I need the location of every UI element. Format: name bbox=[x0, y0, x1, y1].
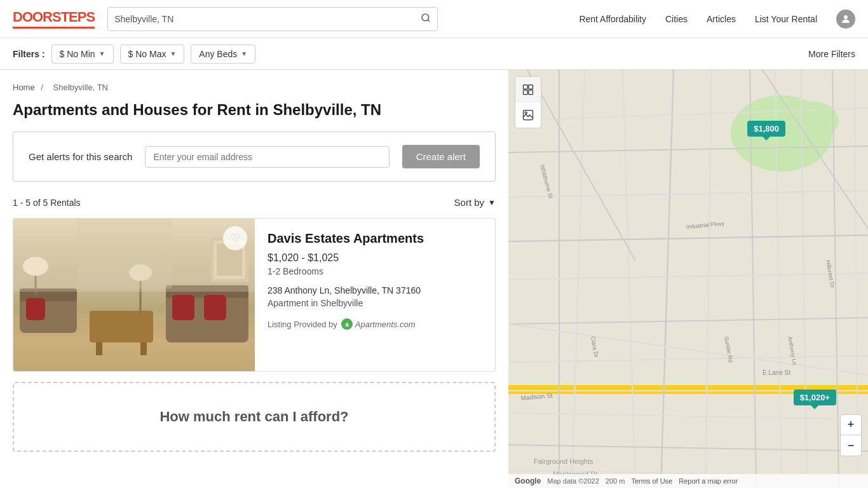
map-data-text: Map data ©2022 bbox=[547, 477, 599, 485]
svg-point-68 bbox=[525, 112, 527, 114]
provider-name: Apartments.com bbox=[355, 320, 416, 329]
main-container: Home / Shelbyville, TN Apartments and Ho… bbox=[0, 70, 868, 488]
svg-rect-6 bbox=[90, 311, 153, 342]
svg-rect-67 bbox=[524, 111, 533, 120]
user-avatar[interactable] bbox=[836, 10, 855, 29]
nav-rent-affordability[interactable]: Rent Affordability bbox=[579, 14, 646, 24]
zoom-controls: + − bbox=[840, 414, 862, 456]
beds-filter[interactable]: Any Beds ▼ bbox=[191, 44, 255, 64]
breadcrumb: Home / Shelbyville, TN bbox=[13, 83, 496, 92]
listing-beds: 1-2 Bedrooms bbox=[268, 266, 482, 276]
svg-text:a: a bbox=[345, 321, 349, 328]
create-alert-button[interactable]: Create alert bbox=[402, 145, 480, 168]
listing-provider: Listing Provided by a Apartments.com bbox=[268, 318, 482, 330]
max-price-filter[interactable]: $ No Max ▼ bbox=[120, 44, 185, 64]
filters-label: Filters : bbox=[13, 49, 45, 59]
logo-text: DOORSTEPS bbox=[13, 9, 95, 25]
svg-rect-65 bbox=[524, 90, 528, 94]
map-footer: Google Map data ©2022 200 m Terms of Use… bbox=[508, 474, 868, 488]
svg-rect-7 bbox=[96, 342, 102, 355]
alert-email-input[interactable] bbox=[145, 146, 389, 168]
page-title: Apartments and Houses for Rent in Shelby… bbox=[13, 101, 496, 119]
svg-rect-8 bbox=[140, 342, 147, 355]
listing-type: Apartment in Shelbyville bbox=[268, 298, 482, 308]
min-price-label: $ No Min bbox=[60, 49, 95, 59]
svg-rect-13 bbox=[26, 298, 45, 320]
results-header: 1 - 5 of 5 Rentals Sort by ▼ bbox=[13, 197, 496, 208]
left-panel: Home / Shelbyville, TN Apartments and Ho… bbox=[0, 70, 508, 488]
logo-underline bbox=[13, 27, 95, 29]
listing-price: $1,020 - $1,025 bbox=[268, 252, 482, 264]
provider-logo: a Apartments.com bbox=[341, 318, 416, 330]
search-bar bbox=[107, 7, 438, 31]
nav-articles[interactable]: Articles bbox=[707, 14, 736, 24]
svg-line-1 bbox=[428, 20, 430, 22]
favorite-button[interactable]: ♡ bbox=[223, 226, 247, 250]
svg-rect-63 bbox=[524, 85, 528, 89]
provider-icon: a bbox=[341, 318, 353, 330]
map-view-button[interactable] bbox=[515, 77, 541, 102]
listing-info: Davis Estates Apartments $1,020 - $1,025… bbox=[255, 219, 495, 371]
search-button[interactable] bbox=[421, 13, 431, 25]
alert-box: Get alerts for this search Create alert bbox=[13, 132, 496, 182]
photo-view-button[interactable] bbox=[515, 102, 541, 128]
svg-rect-11 bbox=[172, 295, 194, 320]
map-report-link[interactable]: Report a map error bbox=[679, 477, 738, 485]
svg-point-0 bbox=[422, 14, 429, 21]
results-count: 1 - 5 of 5 Rentals bbox=[13, 198, 81, 208]
breadcrumb-separator: / bbox=[41, 83, 45, 92]
google-logo: Google bbox=[515, 477, 541, 485]
min-price-filter[interactable]: $ No Min ▼ bbox=[51, 44, 114, 64]
right-panel: Madison St E Lane St Whitthorne St Indus… bbox=[508, 70, 868, 488]
beds-label: Any Beds bbox=[199, 49, 237, 59]
price-marker-1020[interactable]: $1,020+ bbox=[794, 390, 836, 405]
breadcrumb-home[interactable]: Home bbox=[13, 83, 35, 92]
max-price-chevron-icon: ▼ bbox=[170, 50, 176, 57]
logo[interactable]: DOORSTEPS bbox=[13, 9, 95, 29]
sort-by-chevron-icon: ▼ bbox=[488, 198, 496, 207]
svg-rect-66 bbox=[529, 90, 533, 94]
map-view-toggle bbox=[515, 76, 541, 128]
listing-image-svg bbox=[13, 219, 255, 371]
alert-label: Get alerts for this search bbox=[29, 151, 132, 162]
breadcrumb-current: Shelbyville, TN bbox=[53, 83, 108, 92]
header: DOORSTEPS Rent Affordability Cities Arti… bbox=[0, 0, 868, 38]
map-container[interactable]: Madison St E Lane St Whitthorne St Indus… bbox=[508, 70, 868, 488]
nav-list-rental[interactable]: List Your Rental bbox=[755, 14, 817, 24]
map-svg: Madison St E Lane St Whitthorne St Indus… bbox=[508, 70, 868, 488]
listing-address: 238 Anthony Ln, Shelbyville, TN 37160 bbox=[268, 285, 482, 295]
svg-rect-64 bbox=[529, 85, 533, 89]
listing-image: ♡ bbox=[13, 219, 255, 371]
listing-card[interactable]: ♡ Davis Estates Apartments $1,020 - $1,0… bbox=[13, 218, 496, 372]
zoom-in-button[interactable]: + bbox=[841, 415, 861, 435]
zoom-out-button[interactable]: − bbox=[841, 435, 861, 456]
dashed-card-title: How much rent can I afford? bbox=[27, 409, 482, 425]
nav-cities[interactable]: Cities bbox=[665, 14, 688, 24]
svg-text:Fairground Heights: Fairground Heights bbox=[534, 458, 593, 465]
map-scale: 200 m bbox=[606, 477, 625, 485]
search-input[interactable] bbox=[114, 14, 421, 24]
svg-rect-12 bbox=[204, 295, 226, 320]
svg-text:E Lane St: E Lane St bbox=[763, 369, 790, 376]
sort-by-dropdown[interactable]: Sort by ▼ bbox=[454, 197, 496, 208]
filters-bar: Filters : $ No Min ▼ $ No Max ▼ Any Beds… bbox=[0, 38, 868, 70]
provider-text: Listing Provided by bbox=[268, 320, 337, 329]
dashed-card: How much rent can I afford? bbox=[13, 382, 496, 452]
min-price-chevron-icon: ▼ bbox=[99, 50, 105, 57]
price-marker-1800[interactable]: $1,800 bbox=[747, 121, 785, 137]
max-price-label: $ No Max bbox=[128, 49, 166, 59]
svg-point-2 bbox=[844, 15, 848, 19]
map-terms-link[interactable]: Terms of Use bbox=[631, 477, 672, 485]
svg-rect-22 bbox=[13, 219, 255, 292]
listing-title: Davis Estates Apartments bbox=[268, 231, 482, 246]
sort-by-label: Sort by bbox=[454, 197, 485, 208]
more-filters-button[interactable]: More Filters bbox=[808, 49, 855, 59]
header-nav: Rent Affordability Cities Articles List … bbox=[579, 10, 855, 29]
beds-chevron-icon: ▼ bbox=[241, 50, 247, 57]
